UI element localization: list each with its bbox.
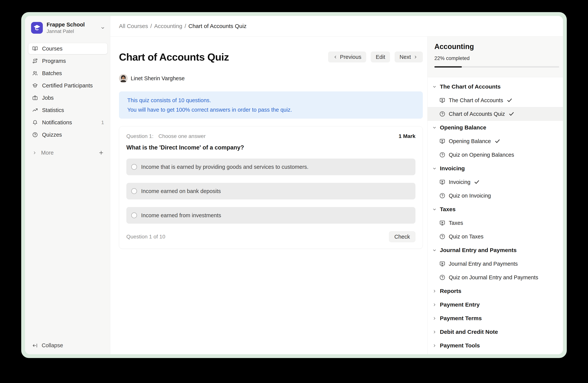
outline-section-the-chart-of-accounts[interactable]: The Chart of Accounts <box>428 80 563 94</box>
bell-icon <box>32 120 38 125</box>
outline-item-opening-balance[interactable]: Opening Balance <box>428 134 563 148</box>
answer-option-1[interactable]: Income that is earned by providing goods… <box>126 159 415 175</box>
completed-check-icon <box>506 97 513 103</box>
banner-line-1: This quiz consists of 10 questions. <box>127 96 415 105</box>
lesson-icon <box>439 138 445 144</box>
outline-section-title: Invoicing <box>440 165 465 172</box>
breadcrumb-accounting[interactable]: Accounting <box>154 23 182 29</box>
sidebar-item-quizzes[interactable]: Quizzes <box>28 129 107 140</box>
outline-item-label: Quiz on Journal Entry and Payments <box>449 274 538 281</box>
sidebar-item-label: Statistics <box>42 107 64 113</box>
chevron-right-icon <box>432 330 437 334</box>
outline-section-invoicing[interactable]: Invoicing <box>428 162 563 175</box>
check-button[interactable]: Check <box>389 231 415 242</box>
course-progress-header: Accounting 22% completed <box>428 37 563 77</box>
chevron-right-icon <box>432 302 437 307</box>
chevron-right-icon <box>432 289 437 293</box>
outline-item-quiz-on-invoicing[interactable]: Quiz on Invoicing <box>428 189 563 202</box>
sidebar-item-batches[interactable]: Batches <box>28 68 107 79</box>
sidebar-item-jobs[interactable]: Jobs <box>28 92 107 103</box>
outline-section-title: Reports <box>440 288 461 294</box>
next-label: Next <box>399 54 411 60</box>
sidebar-item-label: Jobs <box>42 95 54 101</box>
app-window-frame: Frappe School Jannat Patel CoursesProgra… <box>21 12 567 358</box>
quiz-icon <box>439 111 445 117</box>
chevron-down-icon <box>432 84 437 89</box>
outline-section-reports[interactable]: Reports <box>428 284 563 298</box>
sidebar-item-statistics[interactable]: Statistics <box>28 105 107 116</box>
quiz-info-banner: This quiz consists of 10 questions. You … <box>119 91 423 119</box>
completed-check-icon <box>508 111 514 117</box>
outline-item-journal-entry-and-payments[interactable]: Journal Entry and Payments <box>428 257 563 271</box>
answer-option-2[interactable]: Income earned on bank deposits <box>126 183 415 199</box>
sidebar-item-certified-participants[interactable]: Certified Participants <box>28 80 107 91</box>
course-outline-panel: Accounting 22% completed The Chart of Ac… <box>427 37 563 354</box>
outline-section-journal-entry-and-payments[interactable]: Journal Entry and Payments <box>428 243 563 257</box>
sidebar-item-courses[interactable]: Courses <box>28 43 107 54</box>
outline-section-payment-tools[interactable]: Payment Tools <box>428 339 563 352</box>
sidebar-spacer <box>28 158 107 342</box>
sidebar-item-notifications[interactable]: Notifications1 <box>28 117 107 128</box>
outline-section-title: Journal Entry and Payments <box>440 247 517 253</box>
add-shortcut-button[interactable] <box>98 150 104 155</box>
radio-button[interactable] <box>131 188 137 194</box>
author-link[interactable]: Linet Sherin Varghese <box>119 74 423 83</box>
answer-option-label: Income that is earned by providing goods… <box>141 164 308 170</box>
outline-section-title: Opening Balance <box>440 124 486 131</box>
question-card: Question 1: Choose one answer 1 Mark Wha… <box>119 126 423 249</box>
breadcrumb: All Courses / Accounting / Chart of Acco… <box>110 16 563 37</box>
lesson-icon <box>439 261 445 267</box>
outline-item-taxes[interactable]: Taxes <box>428 216 563 230</box>
outline-item-label: Invoicing <box>449 179 470 185</box>
collapse-label: Collapse <box>42 342 63 348</box>
radio-button[interactable] <box>131 212 137 218</box>
chevron-right-icon <box>432 343 437 348</box>
question-instruction: Choose one answer <box>158 133 206 139</box>
question-marks: 1 Mark <box>399 133 415 139</box>
collapse-sidebar-icon <box>32 343 38 348</box>
sidebar-item-programs[interactable]: Programs <box>28 56 107 66</box>
outline-item-quiz-on-journal-entry-and-payments[interactable]: Quiz on Journal Entry and Payments <box>428 271 563 284</box>
radio-button[interactable] <box>131 164 137 170</box>
more-label: More <box>41 150 54 156</box>
outline-section-debit-and-credit-note[interactable]: Debit and Credit Note <box>428 325 563 339</box>
chevron-down-icon <box>432 166 437 171</box>
previous-button[interactable]: Previous <box>328 52 366 62</box>
breadcrumb-all-courses[interactable]: All Courses <box>119 23 148 29</box>
question-number-label: Question 1: <box>126 133 153 139</box>
outline-item-the-chart-of-accounts[interactable]: The Chart of Accounts <box>428 94 563 107</box>
question-text: What is the 'Direct Income' of a company… <box>126 144 415 151</box>
outline-item-quiz-on-taxes[interactable]: Quiz on Taxes <box>428 230 563 243</box>
outline-item-chart-of-accounts-quiz[interactable]: Chart of Accounts Quiz <box>428 107 563 121</box>
help-circle-icon <box>32 132 38 137</box>
outline-section-payment-terms[interactable]: Payment Terms <box>428 311 563 325</box>
lesson-icon <box>439 179 445 185</box>
user-name: Jannat Patel <box>47 29 85 34</box>
collapse-sidebar-button[interactable]: Collapse <box>28 342 107 350</box>
route-icon <box>32 58 38 64</box>
school-name: Frappe School <box>47 21 85 28</box>
breadcrumb-separator: / <box>150 23 152 29</box>
answer-option-label: Income earned from investments <box>141 212 221 219</box>
outline-item-invoicing[interactable]: Invoicing <box>428 175 563 189</box>
outline-section-taxes[interactable]: Taxes <box>428 202 563 216</box>
author-avatar <box>119 74 128 83</box>
outline-section-opening-balance[interactable]: Opening Balance <box>428 121 563 134</box>
outline-item-quiz-on-opening-balances[interactable]: Quiz on Opening Balances <box>428 148 563 162</box>
lesson-icon <box>439 220 445 226</box>
outline-item-label: Journal Entry and Payments <box>449 261 518 267</box>
edit-button[interactable]: Edit <box>371 52 390 62</box>
chevron-down-icon <box>432 248 437 253</box>
next-button[interactable]: Next <box>395 52 423 62</box>
book-open-icon <box>32 46 38 52</box>
answer-option-3[interactable]: Income earned from investments <box>126 207 415 224</box>
school-switcher[interactable]: Frappe School Jannat Patel <box>28 21 107 34</box>
banner-line-2: You will have to get 100% correct answer… <box>127 105 415 115</box>
outline-section-payment-entry[interactable]: Payment Entry <box>428 298 563 311</box>
outline-item-label: Quiz on Invoicing <box>449 193 491 199</box>
briefcase-icon <box>32 95 38 101</box>
completed-check-icon <box>494 138 501 144</box>
outline-section-title: Payment Entry <box>440 302 480 308</box>
sidebar-item-more[interactable]: More <box>28 147 107 158</box>
quiz-toolbar: Previous Edit Next <box>328 52 423 62</box>
